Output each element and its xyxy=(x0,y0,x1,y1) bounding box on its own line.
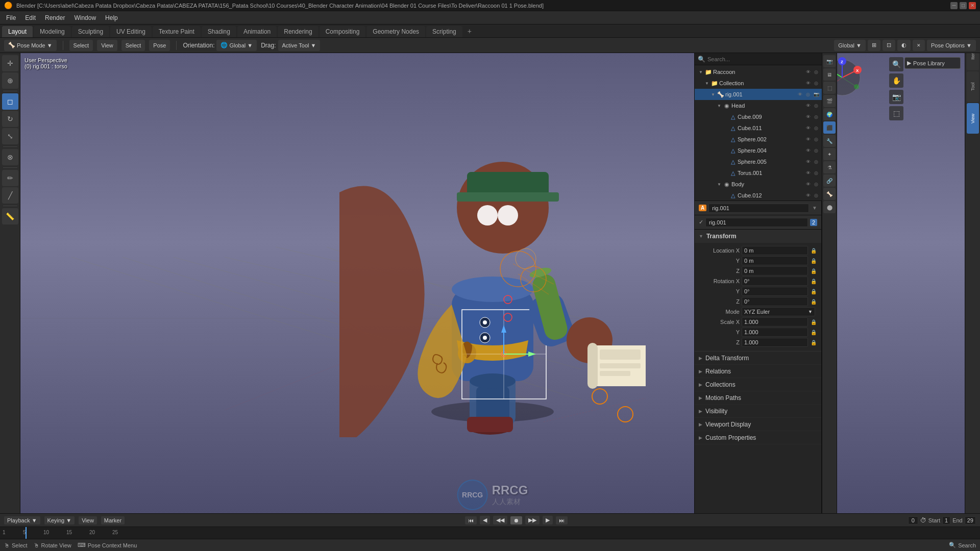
tab-animation[interactable]: Animation xyxy=(237,26,277,37)
sphere004-select[interactable]: ◎ xyxy=(813,147,820,154)
jump-end-btn[interactable]: ⏭ xyxy=(556,516,568,524)
play-reverse-btn[interactable]: ◀◀ xyxy=(493,516,507,524)
add-workspace-button[interactable]: + xyxy=(463,25,476,37)
object-name-input[interactable]: rig.001 xyxy=(708,204,809,213)
particles-btn[interactable]: ✦ xyxy=(823,148,836,160)
tab-compositing[interactable]: Compositing xyxy=(320,26,366,37)
render-props-btn[interactable]: 📷 xyxy=(823,55,836,67)
rotation-x-input[interactable]: 0° xyxy=(742,277,808,286)
location-y-lock[interactable]: 🔒 xyxy=(810,257,817,264)
head-expand[interactable]: ▼ xyxy=(716,103,722,109)
rotation-x-lock[interactable]: 🔒 xyxy=(810,278,817,285)
orientation-selector[interactable]: 🌐 Global ▼ xyxy=(216,40,257,51)
body-expand[interactable]: ▼ xyxy=(716,181,722,187)
menu-window[interactable]: Window xyxy=(70,13,100,23)
rotation-y-lock[interactable]: 🔒 xyxy=(810,288,817,295)
scale-tool[interactable]: ⤡ xyxy=(2,128,18,144)
tab-modeling[interactable]: Modeling xyxy=(34,26,71,37)
collections-section[interactable]: ▶ Collections xyxy=(695,378,821,391)
cube011-select[interactable]: ◎ xyxy=(813,124,820,132)
location-x-input[interactable]: 0 m xyxy=(742,246,808,255)
pose-library-header[interactable]: ▶ Pose Library xyxy=(907,60,958,66)
scene-props-btn[interactable]: 🎬 xyxy=(823,95,836,107)
tree-item-torus001[interactable]: ▶ △ Torus.001 👁 ◎ xyxy=(695,167,822,179)
tab-geometry-nodes[interactable]: Geometry Nodes xyxy=(366,26,425,37)
annotate-line-tool[interactable]: ╱ xyxy=(2,187,18,204)
stop-btn[interactable]: ⏺ xyxy=(510,516,522,524)
minimize-button[interactable]: ─ xyxy=(950,2,958,9)
rotation-mode-dropdown[interactable]: XYZ Euler ▼ xyxy=(742,307,815,316)
tab-uv-editing[interactable]: UV Editing xyxy=(110,26,152,37)
tree-item-cube009[interactable]: ▶ △ Cube.009 👁 ◎ xyxy=(695,111,822,122)
marker-ctrl[interactable]: Marker xyxy=(101,516,125,524)
pose-options[interactable]: Pose Options ▼ xyxy=(927,40,976,51)
tab-shading[interactable]: Shading xyxy=(202,26,236,37)
close-button[interactable]: ✕ xyxy=(969,2,976,9)
select-dropdown[interactable]: Select xyxy=(121,40,145,51)
collection-expand[interactable]: ▼ xyxy=(704,80,710,86)
shading-btn[interactable]: ◐ xyxy=(897,40,911,51)
view-panel-btn[interactable]: View xyxy=(967,103,979,134)
rig-data-input[interactable]: rig.001 xyxy=(705,218,808,227)
scale-y-lock[interactable]: 🔒 xyxy=(810,329,817,336)
end-frame-input[interactable]: 29 xyxy=(965,516,976,524)
maximize-button[interactable]: □ xyxy=(960,2,967,9)
torus001-hide[interactable]: 👁 xyxy=(804,169,812,177)
physics-btn[interactable]: ⚗ xyxy=(823,161,836,173)
outline-search-input[interactable] xyxy=(707,56,819,62)
cube009-select[interactable]: ◎ xyxy=(813,113,820,120)
global-selector-right[interactable]: Global ▼ xyxy=(834,40,866,51)
sphere002-select[interactable]: ◎ xyxy=(813,136,820,143)
measure-tool[interactable]: 📏 xyxy=(2,208,18,224)
scale-x-lock[interactable]: 🔒 xyxy=(810,318,817,325)
tree-item-body[interactable]: ▼ ◉ Body 👁 ◎ xyxy=(695,179,822,190)
tree-item-cube011[interactable]: ▶ △ Cube.011 👁 ◎ xyxy=(695,122,822,134)
rotation-z-lock[interactable]: 🔒 xyxy=(810,298,817,305)
zoom-tool-btn[interactable]: 🔍 xyxy=(889,57,903,71)
constraints-btn[interactable]: 🔗 xyxy=(823,174,836,187)
rotate-tool[interactable]: ↻ xyxy=(2,111,18,127)
viewport-display-section[interactable]: ▶ Viewport Display xyxy=(695,418,821,431)
mode-selector[interactable]: 🦴 Pose Mode ▼ xyxy=(4,40,57,51)
rig-render[interactable]: 📷 xyxy=(813,91,820,98)
cursor-tool[interactable]: ✛ xyxy=(2,55,18,71)
select-tool[interactable]: ◻ xyxy=(2,93,18,110)
sphere004-hide[interactable]: 👁 xyxy=(804,147,812,154)
tree-item-sphere002[interactable]: ▶ △ Sphere.002 👁 ◎ xyxy=(695,134,822,145)
pan-tool-btn[interactable]: ✋ xyxy=(889,73,903,88)
rotation-y-input[interactable]: 0° xyxy=(742,287,808,296)
menu-file[interactable]: File xyxy=(2,13,20,23)
tree-item-sphere004[interactable]: ▶ △ Sphere.004 👁 ◎ xyxy=(695,145,822,156)
tree-item-raccoon[interactable]: ▼ 📁 Raccoon 👁 ◎ xyxy=(695,66,822,78)
location-y-input[interactable]: 0 m xyxy=(742,256,808,265)
play-btn[interactable]: ▶▶ xyxy=(525,516,540,524)
material-btn[interactable]: ⬤ xyxy=(823,201,836,213)
transform-header[interactable]: ▼ Transform xyxy=(695,230,821,243)
timeline-track[interactable]: 1 5 10 15 20 25 xyxy=(0,527,980,539)
start-frame-input[interactable]: 1 xyxy=(942,516,950,524)
tab-rendering[interactable]: Rendering xyxy=(278,26,318,37)
keying-ctrl[interactable]: Keying ▼ xyxy=(44,516,75,524)
menu-render[interactable]: Render xyxy=(41,13,69,23)
drag-selector[interactable]: Active Tool ▼ xyxy=(278,40,321,51)
location-z-lock[interactable]: 🔒 xyxy=(810,267,817,274)
annotate-tool[interactable]: ✏ xyxy=(2,170,18,186)
next-frame-btn[interactable]: ▶ xyxy=(543,516,553,524)
visibility-section[interactable]: ▶ Visibility xyxy=(695,405,821,418)
delta-transform-section[interactable]: ▶ Delta Transform xyxy=(695,352,821,365)
cube012-select[interactable]: ◎ xyxy=(813,192,820,199)
object-data-btn[interactable]: 🦴 xyxy=(823,188,836,200)
tab-sculpting[interactable]: Sculpting xyxy=(72,26,109,37)
tree-item-sphere005[interactable]: ▶ △ Sphere.005 👁 ◎ xyxy=(695,156,822,167)
move-tool[interactable]: ⊕ xyxy=(2,72,18,89)
playback-ctrl[interactable]: Playback ▼ xyxy=(4,516,40,524)
tree-item-collection[interactable]: ▼ 📁 Collection 👁 ◎ xyxy=(695,78,822,89)
object-props-btn[interactable]: ⬛ xyxy=(823,121,836,134)
rotation-z-input[interactable]: 0° xyxy=(742,297,808,306)
scale-y-input[interactable]: 1.000 xyxy=(742,328,808,337)
select-menu[interactable]: Select xyxy=(69,40,93,51)
torus001-select[interactable]: ◎ xyxy=(813,169,820,177)
collection-hide[interactable]: 👁 xyxy=(804,80,812,87)
raccoon-select[interactable]: ◎ xyxy=(813,68,820,76)
raccoon-hide[interactable]: 👁 xyxy=(804,68,812,76)
